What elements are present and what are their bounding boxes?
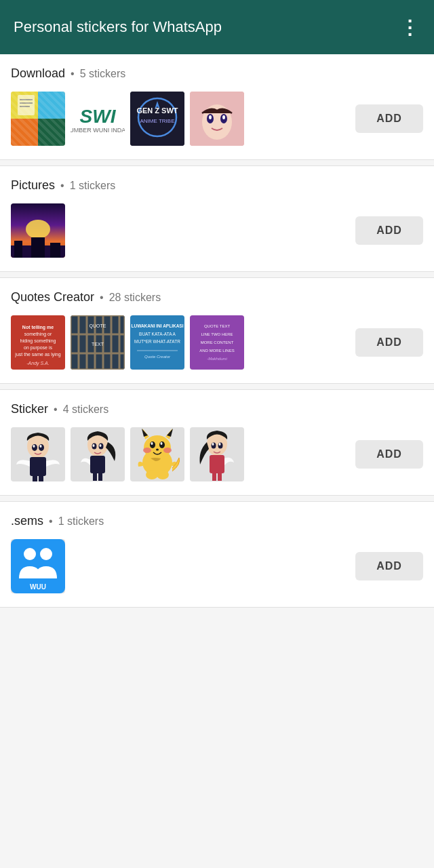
sticker-thumb-pikachu <box>130 427 184 481</box>
section-sems-dot: • <box>49 515 53 528</box>
section-quotes: Quotes Creator • 28 stickers Not telling… <box>0 278 434 384</box>
sticker-row-sems: WUU <box>11 539 344 593</box>
sticker-row-quotes: Not telling me something or hiding somet… <box>11 315 344 370</box>
sticker-thumb-sems-1: WUU <box>11 539 65 593</box>
svg-point-90 <box>163 448 172 453</box>
sticker-thumb-download-3: GEN Z SWT ANIME TRIBE <box>130 92 184 146</box>
svg-point-85 <box>150 441 155 448</box>
svg-rect-1 <box>11 92 38 119</box>
svg-text:MUT*ER WHAT-ATATR: MUT*ER WHAT-ATATR <box>134 339 180 344</box>
section-download-header: Download • 5 stickers <box>11 66 423 81</box>
svg-point-80 <box>144 435 171 460</box>
svg-rect-0 <box>11 92 65 146</box>
section-download-title: Download <box>11 66 65 81</box>
section-pictures-dot: • <box>60 180 64 192</box>
svg-rect-27 <box>31 237 45 258</box>
add-button-pictures[interactable]: ADD <box>355 216 423 245</box>
sticker-art-quotes-1: Not telling me something or hiding somet… <box>11 315 65 370</box>
sticker-thumb-download-2: SWI SUMBER WUNI INDAH <box>71 92 125 146</box>
svg-point-74 <box>93 444 95 447</box>
section-sems: .sems • 1 stickers WUU ADD <box>0 502 434 608</box>
svg-rect-96 <box>210 455 224 473</box>
svg-rect-26 <box>14 241 22 258</box>
section-pictures: Pictures • 1 stickers <box>0 166 434 272</box>
sticker-thumb-anime-2 <box>71 427 125 481</box>
svg-text:SUMBER WUNI INDAH: SUMBER WUNI INDAH <box>71 127 125 134</box>
svg-rect-62 <box>30 457 46 476</box>
sticker-thumb-quotes-2: QUOTE TEXT <box>71 315 125 370</box>
svg-rect-101 <box>212 473 216 481</box>
svg-text:QUOTE TEXT: QUOTE TEXT <box>204 324 231 328</box>
svg-rect-4 <box>38 119 65 146</box>
app-title: Personal stickers for WhatsApp <box>14 18 222 36</box>
sticker-art-quotes-4: QUOTE TEXT LINE TWO HERE MORE CONTENT AN… <box>190 315 244 370</box>
svg-text:SWI: SWI <box>80 106 117 127</box>
section-quotes-content: Not telling me something or hiding somet… <box>11 315 423 370</box>
svg-text:WUU: WUU <box>30 583 46 591</box>
svg-point-66 <box>39 444 44 451</box>
svg-rect-77 <box>98 473 102 481</box>
svg-point-99 <box>212 443 214 446</box>
svg-text:on purpose is: on purpose is <box>24 345 53 351</box>
svg-point-67 <box>33 445 35 448</box>
sticker-thumb-anime-4 <box>190 427 244 481</box>
svg-text:-Andy S.A.: -Andy S.A. <box>26 361 50 366</box>
section-download: Download • 5 stickers <box>0 54 434 160</box>
section-sems-header: .sems • 1 stickers <box>11 514 423 528</box>
sticker-art-anime-4 <box>190 427 244 481</box>
svg-point-68 <box>40 445 42 448</box>
overflow-menu-button[interactable]: ⋮ <box>400 16 420 39</box>
svg-rect-28 <box>50 243 60 258</box>
svg-point-87 <box>151 442 153 445</box>
svg-point-89 <box>143 448 151 453</box>
svg-text:LINE TWO HERE: LINE TWO HERE <box>201 332 233 336</box>
section-sems-title: .sems <box>11 514 43 528</box>
section-quotes-count: 28 stickers <box>109 292 161 304</box>
section-sticker-count: 4 stickers <box>63 403 109 416</box>
svg-text:AND MORE LINES: AND MORE LINES <box>199 349 234 353</box>
section-sticker-content: ADD <box>11 427 423 481</box>
sticker-art-anime-2 <box>71 427 125 481</box>
sticker-art-pictures-1 <box>11 203 65 258</box>
section-pictures-content: ADD <box>11 203 423 258</box>
sticker-thumb-anime-1 <box>11 427 65 481</box>
svg-rect-63 <box>33 475 37 481</box>
section-sticker: Sticker • 4 stickers <box>0 390 434 496</box>
sticker-art-download-2: SWI SUMBER WUNI INDAH <box>71 92 125 146</box>
svg-text:BUAT KATA-ATA A: BUAT KATA-ATA A <box>139 332 176 336</box>
svg-point-65 <box>32 444 37 451</box>
svg-point-24 <box>26 220 50 239</box>
section-pictures-count: 1 stickers <box>70 180 116 192</box>
section-sticker-header: Sticker • 4 stickers <box>11 402 423 416</box>
svg-text:just the same as lying: just the same as lying <box>14 352 60 357</box>
add-button-quotes[interactable]: ADD <box>355 328 423 357</box>
svg-rect-2 <box>38 92 65 119</box>
svg-text:TEXT: TEXT <box>92 342 104 347</box>
svg-point-100 <box>219 443 221 446</box>
add-button-download[interactable]: ADD <box>355 104 423 133</box>
section-pictures-title: Pictures <box>11 178 55 193</box>
add-button-sems[interactable]: ADD <box>355 552 423 580</box>
sticker-thumb-quotes-1: Not telling me something or hiding somet… <box>11 315 65 370</box>
sticker-thumb-quotes-4: QUOTE TEXT LINE TWO HERE MORE CONTENT AN… <box>190 315 244 370</box>
svg-point-22 <box>222 115 225 119</box>
svg-text:GEN Z SWT: GEN Z SWT <box>136 106 178 115</box>
sticker-row-pictures <box>11 203 344 258</box>
svg-point-86 <box>159 441 165 448</box>
svg-rect-102 <box>218 473 222 481</box>
sticker-art-sems-1: WUU <box>11 539 65 593</box>
svg-text:-Makhdumi: -Makhdumi <box>207 357 227 361</box>
svg-point-88 <box>161 442 163 445</box>
add-button-sticker[interactable]: ADD <box>355 440 423 469</box>
svg-text:QUOTE: QUOTE <box>90 323 106 329</box>
sticker-thumb-download-1 <box>11 92 65 146</box>
sticker-art-quotes-3: LUWAKANI INI APLIKASI BUAT KATA-ATA A MU… <box>130 315 184 370</box>
section-sticker-title: Sticker <box>11 402 48 416</box>
svg-point-91 <box>156 449 159 451</box>
svg-text:Quote Creator: Quote Creator <box>144 355 171 359</box>
section-sems-count: 1 stickers <box>58 515 104 528</box>
sticker-thumb-quotes-3: LUWAKANI INI APLIKASI BUAT KATA-ATA A MU… <box>130 315 184 370</box>
section-sems-content: WUU ADD <box>11 539 423 593</box>
svg-rect-64 <box>39 475 43 481</box>
section-quotes-title: Quotes Creator <box>11 290 94 304</box>
